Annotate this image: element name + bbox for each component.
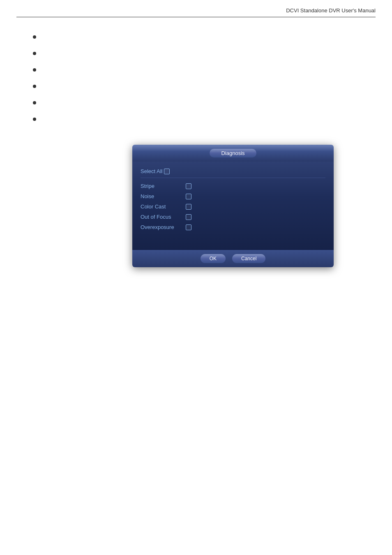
option-row-noise[interactable]: Noise: [141, 192, 325, 200]
option-checkbox-noise[interactable]: [186, 194, 191, 199]
list-item: [33, 99, 359, 104]
option-row-color-cast[interactable]: Color Cast: [141, 203, 325, 210]
list-item: [33, 83, 359, 88]
bullet-icon: [33, 52, 36, 55]
bullet-icon: [33, 85, 36, 88]
dialog-footer: OK Cancel: [132, 250, 334, 267]
page-header: DCVI Standalone DVR User's Manual: [0, 0, 392, 17]
diagnosis-dialog: Diagnosis Select All Stripe Noise Color …: [132, 145, 334, 267]
option-checkbox-color-cast[interactable]: [186, 204, 191, 210]
list-item: [33, 50, 359, 55]
option-row-out-of-focus[interactable]: Out of Focus: [141, 213, 325, 221]
option-label-out-of-focus: Out of Focus: [141, 214, 186, 220]
dialog-title: Diagnosis: [210, 149, 256, 157]
bullet-icon: [33, 35, 36, 39]
option-label-stripe: Stripe: [141, 183, 186, 189]
bullet-icon: [33, 118, 36, 121]
dialog-title-bar: Diagnosis: [132, 145, 334, 162]
option-row-stripe[interactable]: Stripe: [141, 182, 325, 190]
option-row-overexposure[interactable]: Overexposure: [141, 223, 325, 231]
select-all-label: Select All: [141, 168, 162, 174]
option-checkbox-overexposure[interactable]: [186, 224, 191, 230]
select-all-row[interactable]: Select All: [141, 168, 325, 178]
bullet-section: [0, 30, 392, 141]
list-item: [33, 34, 359, 39]
list-item: [33, 116, 359, 121]
bullet-icon: [33, 68, 36, 72]
option-label-overexposure: Overexposure: [141, 224, 186, 230]
select-all-checkbox[interactable]: [164, 169, 170, 174]
dialog-body: Select All Stripe Noise Color Cast Out o…: [132, 162, 334, 250]
option-label-color-cast: Color Cast: [141, 204, 186, 210]
ok-button[interactable]: OK: [201, 254, 226, 263]
option-checkbox-stripe[interactable]: [186, 183, 191, 189]
cancel-button[interactable]: Cancel: [232, 254, 265, 263]
dialog-wrapper: Diagnosis Select All Stripe Noise Color …: [0, 145, 392, 267]
option-checkbox-out-of-focus[interactable]: [186, 214, 191, 220]
option-label-noise: Noise: [141, 193, 186, 199]
body-spacer: [141, 234, 325, 246]
header-divider: [16, 17, 376, 17]
list-item: [33, 67, 359, 72]
bullet-icon: [33, 101, 36, 104]
